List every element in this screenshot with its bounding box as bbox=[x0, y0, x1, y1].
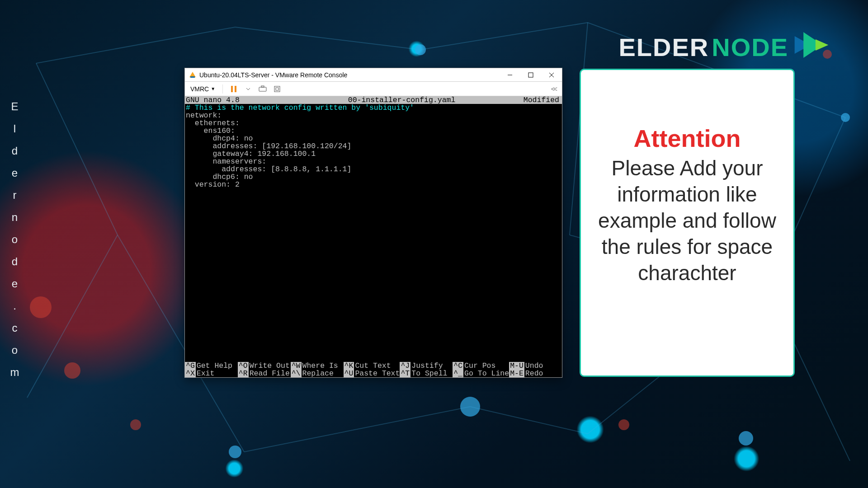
hotkey-redo: M-ERedo bbox=[509, 370, 562, 377]
svg-line-5 bbox=[420, 23, 588, 50]
svg-point-16 bbox=[739, 431, 753, 446]
collapse-toolbar-button[interactable]: << bbox=[551, 85, 558, 93]
brand-word-elder: ELDER bbox=[618, 33, 709, 62]
nano-app-name: GNU nano 4.8 bbox=[185, 96, 309, 104]
maximize-icon bbox=[528, 72, 533, 78]
chevron-down-icon bbox=[246, 87, 250, 91]
fullscreen-icon bbox=[274, 85, 281, 93]
svg-point-14 bbox=[415, 44, 426, 55]
nano-hotkeys: ^GGet Help ^OWrite Out ^WWhere Is ^KCut … bbox=[185, 362, 562, 377]
attention-body: Please Add your information like example… bbox=[595, 155, 779, 286]
hotkey-read-file: ^RRead File bbox=[238, 370, 291, 377]
vmware-window: Ubuntu-20.04LTS-Server - VMware Remote C… bbox=[184, 68, 562, 378]
minimize-icon bbox=[507, 72, 513, 78]
svg-point-22 bbox=[130, 419, 141, 430]
hotkey-justify: ^JJustify bbox=[400, 362, 453, 370]
maximize-button[interactable] bbox=[520, 68, 541, 82]
window-titlebar[interactable]: Ubuntu-20.04LTS-Server - VMware Remote C… bbox=[185, 68, 562, 82]
vmrc-menu-label: VMRC bbox=[190, 85, 209, 93]
app-icon bbox=[189, 71, 197, 79]
svg-rect-37 bbox=[261, 86, 264, 87]
svg-rect-36 bbox=[259, 87, 266, 91]
hotkey-cur-pos: ^CCur Pos bbox=[453, 362, 509, 370]
nano-status-bar: GNU nano 4.8 00-installer-config.yaml Mo… bbox=[185, 96, 562, 104]
hotkey-get-help: ^GGet Help bbox=[185, 362, 238, 370]
send-cad-button[interactable] bbox=[257, 84, 268, 94]
fullscreen-button[interactable] bbox=[272, 84, 283, 94]
hotkey-undo: M-UUndo bbox=[509, 362, 562, 370]
toolbar-separator bbox=[222, 84, 223, 94]
terminal[interactable]: GNU nano 4.8 00-installer-config.yaml Mo… bbox=[185, 96, 562, 377]
pause-icon bbox=[230, 85, 237, 93]
svg-point-21 bbox=[30, 296, 52, 318]
brand-logo: ELDERNODE bbox=[618, 29, 832, 65]
svg-rect-34 bbox=[231, 86, 233, 92]
hotkey-cut-text: ^KCut Text bbox=[344, 362, 400, 370]
svg-rect-29 bbox=[190, 76, 195, 78]
svg-rect-31 bbox=[528, 73, 533, 77]
svg-point-18 bbox=[841, 113, 850, 122]
svg-point-23 bbox=[618, 419, 629, 430]
nano-modified: Modified bbox=[494, 96, 562, 104]
hotkey-replace: ^\Replace bbox=[291, 370, 344, 377]
svg-point-17 bbox=[229, 446, 241, 458]
svg-rect-39 bbox=[276, 88, 278, 90]
nano-filename: 00-installer-config.yaml bbox=[309, 96, 494, 104]
minimize-button[interactable] bbox=[500, 68, 520, 82]
power-menu-button[interactable] bbox=[243, 84, 254, 94]
svg-rect-35 bbox=[235, 86, 236, 92]
brand-arrows-icon bbox=[791, 29, 832, 65]
attention-title: Attention bbox=[634, 124, 741, 152]
svg-point-20 bbox=[64, 362, 80, 379]
attention-card: Attention Please Add your information li… bbox=[580, 69, 795, 377]
svg-line-2 bbox=[36, 63, 118, 235]
close-button[interactable] bbox=[541, 68, 562, 82]
editor-line: version: 2 bbox=[186, 180, 240, 189]
hotkey-go-to-line: ^_Go To Line bbox=[453, 370, 509, 377]
svg-line-3 bbox=[27, 235, 118, 398]
svg-line-11 bbox=[244, 407, 470, 452]
svg-rect-38 bbox=[274, 86, 280, 92]
site-url-vertical: Eldernode.com bbox=[8, 100, 21, 388]
vmrc-toolbar: VMRC ▼ << bbox=[185, 82, 562, 96]
hotkey-where-is: ^WWhere Is bbox=[291, 362, 344, 370]
hotkey-paste-text: ^UPaste Text bbox=[344, 370, 400, 377]
hotkey-to-spell: ^TTo Spell bbox=[400, 370, 453, 377]
svg-line-1 bbox=[235, 27, 420, 50]
send-ctrl-alt-del-icon bbox=[259, 85, 267, 93]
close-icon bbox=[549, 72, 554, 78]
svg-line-0 bbox=[36, 27, 235, 63]
dropdown-caret-icon: ▼ bbox=[211, 86, 215, 91]
stage: Eldernode.com ELDERNODE Ubuntu-20.04LTS-… bbox=[0, 0, 868, 488]
hotkey-write-out: ^OWrite Out bbox=[238, 362, 291, 370]
brand-word-node: NODE bbox=[712, 33, 788, 62]
svg-point-15 bbox=[460, 397, 480, 417]
window-title: Ubuntu-20.04LTS-Server - VMware Remote C… bbox=[199, 71, 500, 79]
vmrc-menu[interactable]: VMRC ▼ bbox=[189, 84, 217, 94]
svg-line-10 bbox=[470, 407, 588, 434]
editor-content[interactable]: # This is the network config written by … bbox=[185, 104, 562, 188]
hotkey-exit: ^XExit bbox=[185, 370, 238, 377]
svg-marker-27 bbox=[816, 39, 828, 51]
pause-button[interactable] bbox=[228, 84, 239, 94]
